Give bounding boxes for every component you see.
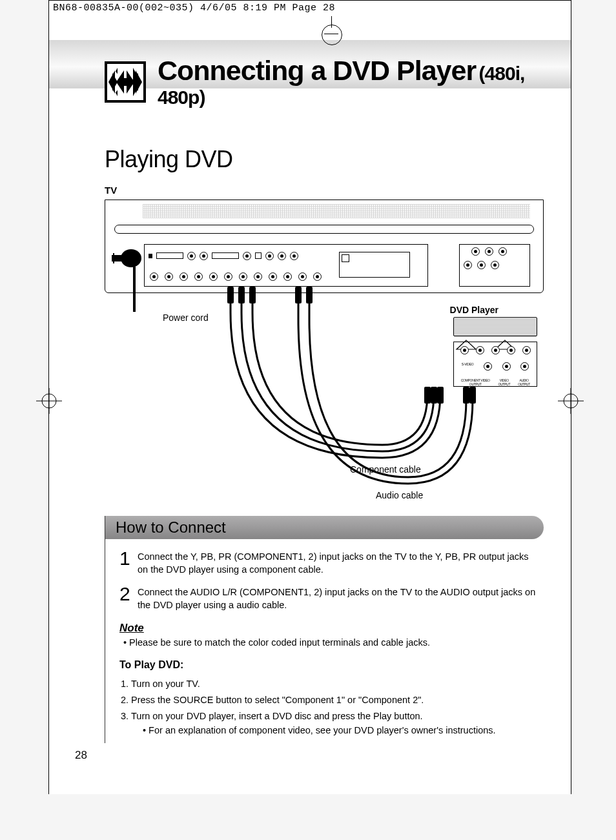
step-text: Connect the Y, PB, PR (COMPONENT1, 2) in… bbox=[138, 551, 537, 576]
registration-mark-icon bbox=[558, 388, 584, 414]
connection-diagram: Power cord bbox=[105, 200, 544, 503]
svg-rect-10 bbox=[227, 287, 234, 303]
page-title: Connecting a DVD Player (480i, 480p) bbox=[158, 55, 571, 108]
svg-rect-11 bbox=[238, 287, 245, 303]
audio-out-label: AUDIO OUTPUT bbox=[514, 378, 534, 386]
registration-mark-icon bbox=[36, 388, 62, 414]
video-out-label: VIDEO OUTPUT bbox=[494, 378, 514, 386]
svg-rect-16 bbox=[431, 387, 437, 404]
page-number: 28 bbox=[75, 749, 87, 762]
svg-marker-5 bbox=[116, 70, 134, 94]
arrows-icon bbox=[105, 61, 146, 103]
svg-rect-13 bbox=[295, 287, 302, 303]
diagram: TV bbox=[105, 185, 544, 503]
to-play-heading: To Play DVD: bbox=[119, 659, 537, 671]
audio-cable-label: Audio cable bbox=[376, 490, 423, 500]
step-1: 1 Connect the Y, PB, PR (COMPONENT1, 2) … bbox=[119, 551, 537, 576]
tv-label: TV bbox=[105, 185, 544, 196]
play-step: Turn on your TV. bbox=[131, 676, 537, 692]
crop-mark-icon bbox=[320, 14, 344, 37]
component-cable-label: Component cable bbox=[350, 464, 421, 475]
step-number: 2 bbox=[119, 586, 131, 611]
svg-rect-17 bbox=[437, 387, 444, 404]
how-to-connect-section: How to Connect 1 Connect the Y, PB, PR (… bbox=[105, 516, 544, 743]
note-text: • Please be sure to match the color code… bbox=[123, 637, 537, 648]
play-steps: Turn on your TV. Press the SOURCE button… bbox=[131, 676, 537, 737]
step-number: 1 bbox=[119, 551, 131, 576]
comp-out-label: COMPONENT VIDEO OUTPUT bbox=[457, 378, 494, 386]
play-substep: • For an explanation of component video,… bbox=[143, 724, 537, 737]
play-step: Press the SOURCE button to select "Compo… bbox=[131, 692, 537, 708]
print-header: BN68-00835A-00(002~035) 4/6/05 8:19 PM P… bbox=[49, 1, 571, 15]
play-step-text: Turn on your DVD player, insert a DVD di… bbox=[131, 711, 423, 721]
how-header: How to Connect bbox=[105, 516, 544, 539]
svg-rect-12 bbox=[249, 287, 256, 303]
svg-rect-15 bbox=[424, 387, 431, 404]
dvd-player-label: DVD Player bbox=[450, 305, 498, 315]
steps-body: 1 Connect the Y, PB, PR (COMPONENT1, 2) … bbox=[105, 539, 544, 743]
dvd-jack-panel: S-VIDEO COMPONENT VIDEO OUTPUT VIDEO OUT… bbox=[453, 342, 537, 387]
note-heading: Note bbox=[119, 622, 537, 635]
step-2: 2 Connect the AUDIO L/R (COMPONENT1, 2) … bbox=[119, 586, 537, 611]
svg-rect-14 bbox=[306, 287, 313, 303]
page-title-row: Connecting a DVD Player (480i, 480p) bbox=[105, 55, 571, 108]
dvd-player-icon bbox=[453, 317, 537, 336]
step-text: Connect the AUDIO L/R (COMPONENT1, 2) in… bbox=[138, 586, 537, 611]
play-step: Turn on your DVD player, insert a DVD di… bbox=[131, 708, 537, 737]
title-main: Connecting a DVD Player bbox=[158, 55, 476, 86]
svideo-label: S-VIDEO bbox=[462, 362, 473, 371]
section-title: Playing DVD bbox=[105, 146, 571, 173]
manual-page: BN68-00835A-00(002~035) 4/6/05 8:19 PM P… bbox=[48, 0, 571, 794]
